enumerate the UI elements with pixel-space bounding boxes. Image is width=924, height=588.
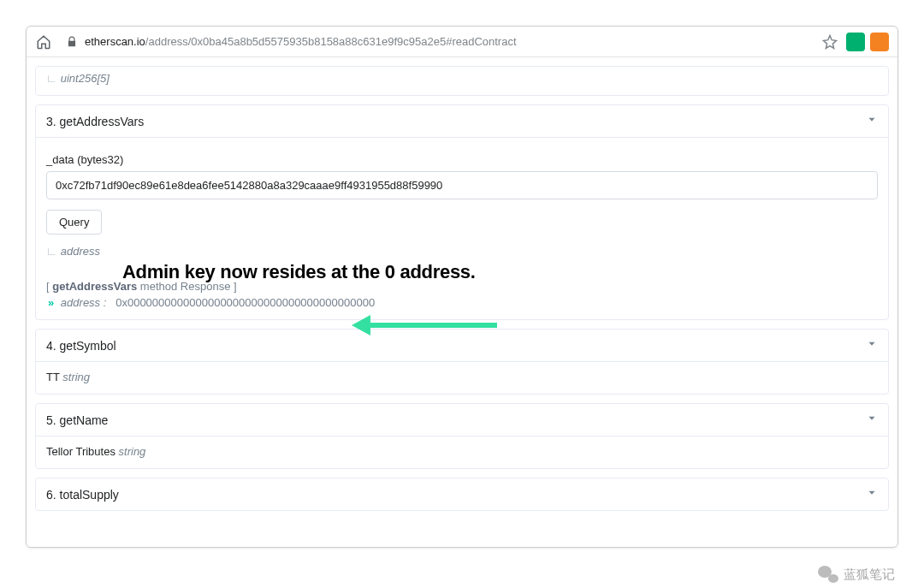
chevron-down-icon [866, 114, 878, 128]
lock-icon [66, 36, 78, 48]
screenshot-window: etherscan.io/address/0x0ba45a8b5d5575935… [0, 26, 924, 588]
query-button[interactable]: Query [46, 210, 102, 235]
contract-function-panel-6: 6. totalSupply [35, 478, 889, 511]
page-content: ∟uint256[5] 3. getAddressVars _data (byt… [27, 57, 897, 547]
chevron-down-icon [866, 413, 878, 427]
bookmark-star-icon[interactable] [822, 34, 838, 50]
panel-body-getname: Tellor Tributes string [36, 436, 888, 468]
panel-body-getaddressvars: _data (bytes32) Query ∟address [ getAddr… [36, 137, 888, 319]
panel-header-getsymbol[interactable]: 4. getSymbol [36, 330, 888, 361]
wechat-icon [818, 566, 838, 583]
panel-title: 5. getName [46, 413, 108, 427]
return-type: ∟address [46, 245, 878, 258]
contract-function-panel-4: 4. getSymbol TT string [35, 329, 889, 395]
url-field[interactable]: etherscan.io/address/0x0ba45a8b5d5575935… [61, 35, 814, 48]
panel-title: 4. getSymbol [46, 339, 116, 353]
double-arrow-icon: » [48, 296, 54, 309]
panel-header-getname[interactable]: 5. getName [36, 404, 888, 436]
address-bar: etherscan.io/address/0x0ba45a8b5d5575935… [27, 27, 897, 57]
return-type-hint: ∟uint256[5] [36, 67, 888, 95]
panel-header-getaddressvars[interactable]: 3. getAddressVars [36, 105, 888, 137]
extension-icon-2[interactable] [870, 33, 889, 51]
wechat-watermark: 蓝狐笔记 [818, 566, 895, 583]
data-input[interactable] [46, 171, 878, 199]
contract-function-panel-3: 3. getAddressVars _data (bytes32) Query … [35, 104, 889, 320]
home-icon[interactable] [35, 33, 52, 50]
url-text: etherscan.io/address/0x0ba45a8b5d5575935… [85, 35, 517, 48]
extension-icons [846, 33, 889, 51]
chevron-down-icon [866, 338, 878, 353]
panel-header-totalsupply[interactable]: 6. totalSupply [36, 478, 888, 510]
method-response: [ getAddressVars method Response ] » add… [46, 280, 878, 309]
response-value-line: » address : 0x00000000000000000000000000… [46, 296, 878, 309]
panel-body-getsymbol: TT string [36, 361, 888, 394]
browser-frame: etherscan.io/address/0x0ba45a8b5d5575935… [26, 26, 898, 548]
watermark-text: 蓝狐笔记 [844, 567, 895, 583]
chevron-down-icon [866, 487, 878, 502]
param-label: _data (bytes32) [46, 143, 878, 171]
extension-icon-1[interactable] [846, 33, 865, 51]
annotation-text: Admin key now resides at the 0 address. [122, 261, 476, 283]
contract-function-panel-partial: ∟uint256[5] [35, 66, 889, 96]
panel-title: 3. getAddressVars [46, 115, 144, 128]
panel-title: 6. totalSupply [46, 488, 119, 502]
contract-function-panel-5: 5. getName Tellor Tributes string [35, 403, 889, 469]
